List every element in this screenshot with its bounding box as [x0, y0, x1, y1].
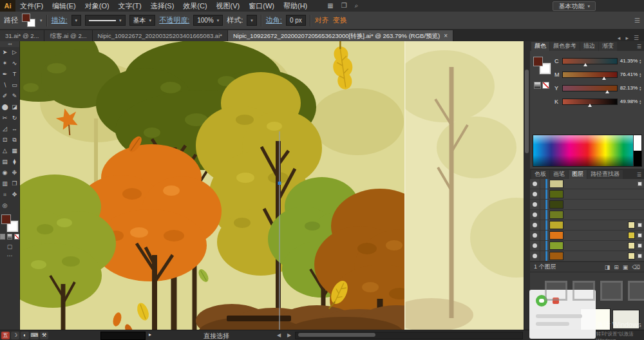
document-tab-3[interactable]: Nipic_10922672_20200207205653623000[转换].…	[228, 30, 453, 41]
visibility-eye-icon[interactable]	[530, 189, 540, 199]
fill-proxy-swatch[interactable]	[1, 214, 11, 224]
scissors-tool[interactable]: ✂	[0, 113, 10, 124]
type-tool[interactable]: T	[10, 69, 19, 80]
value-stepper[interactable]: ▴▾	[639, 59, 641, 64]
paintbrush-tool[interactable]: ✐	[0, 91, 10, 102]
layers-footer-icon-3[interactable]: ⌫	[632, 264, 640, 270]
slider-handle[interactable]	[602, 77, 606, 80]
lock-cell[interactable]	[540, 231, 545, 240]
mesh-tool[interactable]: ▦	[10, 146, 19, 156]
layer-thumbnail[interactable]	[549, 252, 564, 260]
panel-menu-icon[interactable]: ☰	[634, 17, 640, 24]
value-stepper[interactable]: ▴▾	[639, 86, 641, 91]
menu-item-7[interactable]: 窗口(W)	[244, 0, 279, 12]
align-link[interactable]: 对齐	[315, 15, 329, 25]
document-tab-0[interactable]: 31.ai* @ 2...	[0, 30, 44, 41]
fill-proxy-swatch[interactable]	[533, 57, 543, 66]
brush-definition-dropdown[interactable]: 基本 ▾	[129, 15, 156, 26]
workspace-switcher[interactable]: 基本功能 ▾	[553, 1, 596, 11]
scroll-right-icon[interactable]: ▶	[287, 332, 291, 338]
style-dropdown[interactable]: ▾	[247, 15, 257, 26]
tab-color-2[interactable]: 描边	[580, 42, 598, 51]
menu-item-2[interactable]: 对象(O)	[80, 0, 114, 12]
channel-slider[interactable]	[562, 99, 618, 105]
none-icon[interactable]	[542, 82, 549, 89]
gradient-mode-icon[interactable]	[7, 234, 12, 240]
lasso-tool[interactable]: ∿	[10, 58, 19, 69]
visibility-eye-icon[interactable]	[530, 241, 540, 250]
ime-badge-0[interactable]: 五	[1, 332, 10, 339]
rectangle-tool[interactable]: ▭	[10, 80, 19, 91]
tab-dock-1[interactable]: 画笔	[550, 170, 568, 179]
visibility-eye-icon[interactable]	[530, 231, 540, 240]
eraser-tool[interactable]: ◪	[10, 102, 19, 113]
layer-thumbnail[interactable]	[549, 231, 564, 240]
channel-slider[interactable]	[562, 71, 618, 78]
ime-badge-3[interactable]: ⌨	[30, 332, 39, 339]
lock-cell[interactable]	[540, 189, 545, 199]
visibility-eye-icon[interactable]	[530, 251, 540, 261]
value-stepper[interactable]: ▴▾	[639, 99, 641, 104]
slider-handle[interactable]	[605, 90, 609, 93]
layer-row-5[interactable]	[530, 231, 644, 241]
layer-row-7[interactable]	[530, 251, 644, 261]
tab-color-0[interactable]: 颜色	[531, 42, 549, 51]
symbol-sprayer-tool[interactable]: ❉	[10, 167, 19, 178]
layer-thumbnail[interactable]	[549, 190, 564, 198]
scroll-right-icon[interactable]: ▸	[625, 35, 629, 41]
target-icon[interactable]	[638, 182, 642, 186]
column-graph-tool[interactable]: ▥	[0, 178, 10, 189]
lock-cell[interactable]	[540, 179, 545, 189]
menubar-icon-2[interactable]: ⌕	[355, 2, 359, 10]
fill-swatch[interactable]	[22, 14, 30, 22]
layer-row-3[interactable]	[530, 210, 644, 220]
step-down-icon[interactable]: ▾	[639, 61, 641, 64]
layer-thumbnail[interactable]	[549, 180, 564, 188]
stroke-link[interactable]: 描边:	[52, 15, 68, 25]
tab-color-3[interactable]: 渐变	[599, 42, 617, 51]
target-icon[interactable]	[638, 233, 642, 238]
layer-color-swatch[interactable]	[628, 242, 635, 249]
expander-icon[interactable]: ▸	[149, 332, 151, 337]
layer-color-swatch[interactable]	[628, 222, 635, 229]
free-transform-tool[interactable]: ⊡	[0, 135, 10, 146]
more-icon[interactable]: ⋯	[7, 252, 13, 259]
menubar-icon-0[interactable]: ▦	[327, 2, 333, 10]
lock-cell[interactable]	[540, 241, 545, 250]
layer-thumbnail[interactable]	[549, 221, 564, 229]
scale-tool[interactable]: ◿	[0, 124, 10, 135]
channel-slider[interactable]	[562, 85, 618, 91]
slider-handle[interactable]	[583, 63, 587, 66]
layer-row-2[interactable]	[530, 200, 644, 210]
layer-thumbnail[interactable]	[549, 200, 564, 209]
transform-link[interactable]: 变换	[333, 15, 347, 25]
channel-value[interactable]: 49.98%	[620, 99, 638, 104]
selection-tool[interactable]: ➤	[0, 47, 10, 58]
tab-color-1[interactable]: 颜色参考	[550, 42, 580, 51]
canvas-area[interactable]	[19, 41, 524, 330]
menu-item-4[interactable]: 选择(S)	[146, 0, 179, 12]
target-icon[interactable]	[638, 243, 642, 248]
menu-item-6[interactable]: 视图(V)	[212, 0, 245, 12]
ime-badge-1[interactable]: ☽	[11, 332, 19, 339]
visibility-eye-icon[interactable]	[530, 210, 540, 220]
layer-thumbnail[interactable]	[549, 211, 564, 219]
opacity-dropdown[interactable]: 100% ▾	[193, 15, 223, 26]
chevron-down-icon[interactable]: ▾	[40, 18, 43, 23]
rotate-tool[interactable]: ↻	[10, 113, 19, 124]
opacity-link[interactable]: 不透明度:	[159, 15, 189, 25]
tab-dock-2[interactable]: 图层	[569, 170, 587, 179]
gradient-tool[interactable]: ▤	[0, 156, 10, 167]
width-tool[interactable]: ↔	[10, 124, 19, 135]
tab-dock-0[interactable]: 色板	[531, 170, 549, 179]
pencil-tool[interactable]: ✎	[10, 91, 19, 102]
slice-tool[interactable]: ⌗	[0, 189, 10, 200]
lock-cell[interactable]	[540, 220, 545, 230]
menubar-icon-1[interactable]: ❐	[341, 2, 347, 10]
layers-footer-icon-1[interactable]: ⊞	[614, 264, 619, 270]
line-segment-tool[interactable]: ∖	[0, 80, 10, 91]
layers-footer-icon-0[interactable]: ◨	[605, 264, 611, 270]
target-icon[interactable]	[638, 223, 642, 227]
slider-handle[interactable]	[588, 104, 592, 107]
visibility-eye-icon[interactable]	[530, 200, 540, 209]
